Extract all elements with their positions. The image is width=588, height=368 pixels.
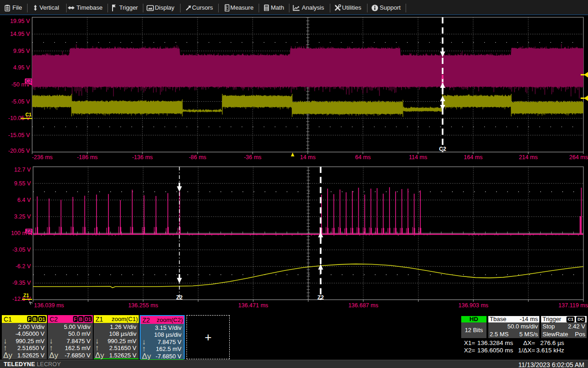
svg-text:12.7 V: 12.7 V xyxy=(14,167,31,173)
svg-text:-5.05 V: -5.05 V xyxy=(11,98,30,105)
svg-text:264 ms: 264 ms xyxy=(569,154,588,161)
svg-text:136.687 ms: 136.687 ms xyxy=(348,302,378,309)
svg-text:14.95 V: 14.95 V xyxy=(10,31,30,37)
svg-text:64 ms: 64 ms xyxy=(355,154,371,161)
svg-text:-236 ms: -236 ms xyxy=(32,154,52,161)
svg-text:9.55 V: 9.55 V xyxy=(14,180,31,187)
svg-text:-6.2 V: -6.2 V xyxy=(16,263,31,270)
svg-text:4.95 V: 4.95 V xyxy=(13,64,30,71)
svg-text:137.119 ms: 137.119 ms xyxy=(559,302,588,309)
svg-text:-3.05 V: -3.05 V xyxy=(12,247,31,253)
svg-text:3.25 V: 3.25 V xyxy=(14,213,31,220)
svg-text:Z2: Z2 xyxy=(26,229,32,234)
svg-text:19.95 V: 19.95 V xyxy=(10,18,30,24)
svg-text:-86 ms: -86 ms xyxy=(189,154,206,161)
svg-text:Z2: Z2 xyxy=(317,294,324,301)
svg-text:14 ms: 14 ms xyxy=(300,154,316,161)
svg-text:114 ms: 114 ms xyxy=(409,154,427,161)
svg-text:-9.35 V: -9.35 V xyxy=(12,280,31,286)
svg-text:-15.05 V: -15.05 V xyxy=(8,132,30,138)
svg-text:6.4 V: 6.4 V xyxy=(17,197,31,203)
svg-text:136.471 ms: 136.471 ms xyxy=(238,302,268,309)
svg-text:C2: C2 xyxy=(26,79,32,84)
svg-text:-136 ms: -136 ms xyxy=(132,154,153,161)
svg-text:136.255 ms: 136.255 ms xyxy=(128,302,158,309)
svg-text:Z1: Z1 xyxy=(23,293,29,298)
svg-text:-186 ms: -186 ms xyxy=(77,154,97,161)
svg-text:-36 ms: -36 ms xyxy=(244,154,261,161)
svg-text:214 ms: 214 ms xyxy=(519,154,538,161)
svg-text:C1: C1 xyxy=(25,112,32,117)
svg-text:C2: C2 xyxy=(439,146,447,152)
svg-text:Z2: Z2 xyxy=(176,294,182,301)
svg-text:164 ms: 164 ms xyxy=(464,154,483,161)
svg-text:136.903 ms: 136.903 ms xyxy=(458,302,488,309)
svg-text:136.039 ms: 136.039 ms xyxy=(34,302,64,309)
svg-text:9.95 V: 9.95 V xyxy=(13,48,30,54)
svg-text:-20.05 V: -20.05 V xyxy=(8,148,30,154)
